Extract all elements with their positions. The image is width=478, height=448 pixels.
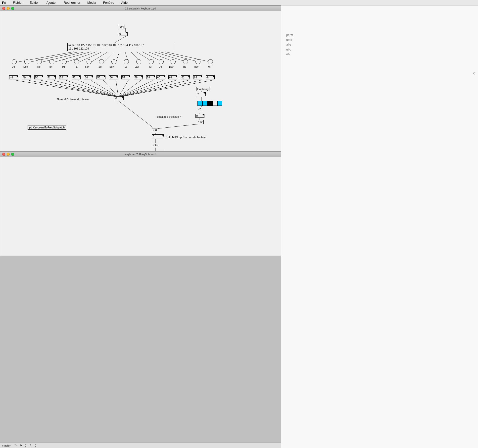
num-lasharp[interactable]: 58	[134, 75, 143, 79]
num-la[interactable]: 57	[121, 75, 130, 79]
label-re: Ré	[37, 65, 41, 68]
right-sidebar: perm ume al e ui c obl... C	[281, 5, 478, 448]
svg-line-29	[118, 80, 141, 97]
num-2[interactable]: 2	[197, 92, 206, 96]
label-resharp: Ré#	[48, 65, 52, 68]
label-do: Do	[12, 65, 15, 68]
radio-cell-1[interactable]	[202, 101, 207, 106]
subpatch-max[interactable]	[11, 153, 14, 156]
statusbar: master* ↻ ⊗ 0 ⚠ 0	[0, 443, 281, 448]
num-resharp2[interactable]: 63	[193, 75, 202, 79]
loadbang-object[interactable]: loadbang	[196, 87, 209, 91]
menu-aide[interactable]: Aide	[120, 0, 129, 5]
subpatch-title: KeyboardToFreqSubpatch	[125, 153, 156, 156]
subpatch-min[interactable]	[7, 153, 10, 156]
num-do[interactable]: 48	[9, 75, 18, 79]
menu-media[interactable]: Média	[86, 0, 97, 5]
menu-fichier[interactable]: Fichier	[11, 0, 24, 5]
maximize-button[interactable]	[11, 7, 14, 10]
menu-rechercher[interactable]: Rechercher	[62, 0, 82, 5]
bang-sol[interactable]	[99, 59, 104, 64]
bang-fa[interactable]	[74, 59, 79, 64]
bang-solsharp[interactable]	[111, 59, 116, 64]
label-mi2: Mi	[208, 65, 211, 68]
num-mi[interactable]: 52	[59, 75, 68, 79]
num-resharp[interactable]: 51	[47, 75, 56, 79]
radio-cell-4[interactable]	[217, 101, 222, 106]
pd-subpatch-label[interactable]: pd KeyboardToFreqSubpatch	[28, 125, 66, 130]
subpatch-titlebar: KeyboardToFreqSubpatch	[0, 152, 281, 157]
svg-line-19	[16, 80, 118, 97]
close-button[interactable]	[2, 7, 5, 10]
radio-cell-3[interactable]	[212, 101, 217, 106]
radio-row[interactable]	[197, 101, 222, 106]
svg-line-30	[118, 80, 153, 97]
bang-dosharp2[interactable]	[171, 59, 176, 64]
bang-si[interactable]	[149, 59, 154, 64]
warning-icon: ⚠	[29, 444, 32, 447]
bang-la[interactable]	[124, 59, 129, 64]
num-re2[interactable]: 62	[181, 75, 190, 79]
label-resharp2: Ré#	[194, 65, 198, 68]
svg-line-32	[118, 80, 176, 97]
bang-do2[interactable]	[159, 59, 164, 64]
label-sol: Sol	[98, 65, 102, 68]
num-mi2[interactable]: 64	[206, 75, 215, 79]
label-lasharp: La#	[135, 65, 139, 68]
window-controls	[2, 7, 14, 10]
num-dosharp[interactable]: 49	[22, 75, 31, 79]
svg-line-10	[116, 52, 119, 62]
menu-edition[interactable]: Édition	[28, 0, 41, 5]
num-after-octave[interactable]: 0	[152, 134, 164, 138]
radio-cell-0[interactable]	[197, 101, 202, 106]
label-la: La	[125, 65, 127, 68]
svg-line-26	[103, 80, 118, 97]
svg-line-21	[41, 80, 118, 97]
svg-line-33	[118, 80, 188, 97]
svg-line-17	[159, 52, 200, 62]
menu-ajouter[interactable]: Ajouter	[45, 0, 58, 5]
sidebar-text-1: perm	[286, 33, 473, 38]
svg-line-25	[91, 80, 118, 97]
plus0-object[interactable]: + 0	[152, 128, 158, 132]
num-sol[interactable]: 55	[96, 75, 105, 79]
decalage-input[interactable]: 0	[195, 114, 204, 118]
bang-mi2[interactable]	[208, 59, 213, 64]
bang-mi[interactable]	[62, 59, 67, 64]
patch-canvas[interactable]: key 0 route 113 122 115 101 100 102 116 …	[0, 11, 281, 155]
route-object[interactable]: route 113 122 115 101 100 102 116 103 12…	[67, 43, 174, 51]
num-fa[interactable]: 53	[72, 75, 81, 79]
bang-fasharp[interactable]	[87, 59, 92, 64]
bang-re[interactable]	[37, 59, 42, 64]
bang-resharp[interactable]	[49, 59, 54, 64]
mtof-object[interactable]: mtof	[152, 143, 159, 147]
num-fasharp[interactable]: 54	[84, 75, 93, 79]
bang-re2[interactable]	[183, 59, 188, 64]
num-solsharp[interactable]: 56	[109, 75, 118, 79]
bang-dosharp[interactable]	[24, 59, 29, 64]
bang-do[interactable]	[12, 59, 17, 64]
label-fasharp: Fa#	[85, 65, 89, 68]
svg-line-23	[66, 80, 118, 97]
minus2-object[interactable]: - 2	[197, 107, 202, 111]
subpatch-close[interactable]	[2, 153, 5, 156]
num-dosharp2[interactable]: 61	[168, 75, 177, 79]
radio-cell-2[interactable]	[207, 101, 212, 106]
warning-count: 0	[35, 444, 36, 447]
num-si[interactable]: 59	[146, 75, 155, 79]
bang-resharp2[interactable]	[195, 59, 200, 64]
menu-fenetre[interactable]: Fenêtre	[101, 0, 116, 5]
num-do2[interactable]: 60	[156, 75, 165, 79]
minimize-button[interactable]	[7, 7, 10, 10]
bang-lasharp[interactable]	[136, 59, 141, 64]
sidebar-text-3: al e	[286, 42, 473, 47]
subpatch-canvas[interactable]	[0, 157, 281, 256]
svg-line-34	[118, 80, 200, 97]
svg-line-27	[116, 80, 118, 97]
key-object[interactable]: key	[119, 25, 125, 29]
svg-line-24	[79, 80, 118, 97]
num-after-key[interactable]: 0	[119, 32, 128, 36]
mult12-object[interactable]: * 12	[197, 120, 204, 124]
num-midi[interactable]: 0	[115, 96, 124, 100]
num-re[interactable]: 50	[34, 75, 43, 79]
